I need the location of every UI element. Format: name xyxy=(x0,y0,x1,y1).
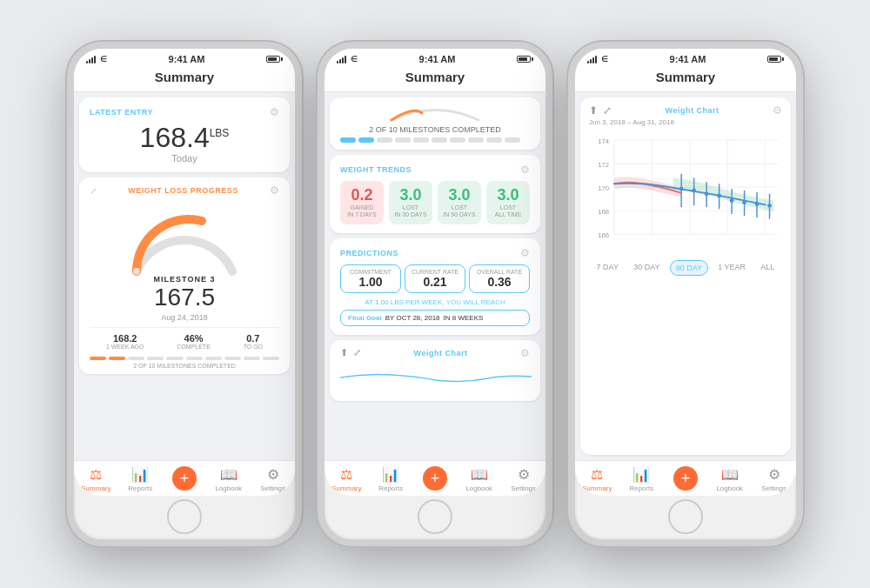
tab-settings-icon-3: ⚙ xyxy=(768,466,780,483)
progress-card: ⤢ Weight Loss Progress ⚙ xyxy=(79,177,290,374)
time-btn-90day[interactable]: 90 DAY xyxy=(670,260,708,276)
tab-logbook-3[interactable]: 📖 Logbook xyxy=(711,466,749,492)
tab-settings-icon-1: ⚙ xyxy=(267,466,279,483)
predictions-card: Predictions ⚙ COMMITMENT 1.00 CURRENT RA… xyxy=(330,238,540,335)
signal-bars-1 xyxy=(86,56,96,63)
tab-logbook-icon-3: 📖 xyxy=(721,466,739,483)
mp-dot-3 xyxy=(395,137,411,143)
tab-add-2[interactable]: + xyxy=(416,466,454,492)
tab-logbook-2[interactable]: 📖 Logbook xyxy=(460,466,499,492)
top-arc xyxy=(340,104,530,122)
mp-dot-4 xyxy=(413,137,429,143)
signal-bars-3 xyxy=(587,56,597,63)
weight-trends-card: Weight Trends ⚙ 0.2 GAINED IN 7 DAYS xyxy=(330,155,540,233)
time-btn-1year[interactable]: 1 YEAR xyxy=(713,260,751,276)
expand-icon-3[interactable]: ⤢ xyxy=(603,104,612,117)
gear-icon-trends[interactable]: ⚙ xyxy=(520,164,530,176)
sig-bar xyxy=(592,57,594,63)
gear-icon-latest[interactable]: ⚙ xyxy=(270,106,279,118)
tab-settings-label-1: Settings xyxy=(260,484,285,492)
screen-content-1: Latest Entry ⚙ 168.4LBS Today ⤢ Weight L… xyxy=(74,92,295,460)
tab-plus-btn-2[interactable]: + xyxy=(423,466,447,491)
signal-3: ∈ xyxy=(587,55,608,63)
pred-label-2: OVERALL RATE xyxy=(473,269,525,275)
progress-dot-empty xyxy=(244,357,260,360)
milestone-text: MILESTONE 3 xyxy=(90,275,279,284)
progress-dot-empty xyxy=(205,357,222,360)
tab-add-1[interactable]: + xyxy=(165,466,204,492)
progress-dot-empty xyxy=(263,357,279,360)
tab-settings-3[interactable]: ⚙ Settings xyxy=(755,466,793,492)
trend-sub-2: LOST IN 90 DAYS xyxy=(441,204,478,219)
gear-icon-pred[interactable]: ⚙ xyxy=(520,247,530,259)
gear-icon-chart-3[interactable]: ⚙ xyxy=(773,104,782,117)
sig-bar xyxy=(342,57,344,63)
share-icon-2[interactable]: ⬆ xyxy=(340,347,348,358)
progress-dot-empty xyxy=(128,357,144,360)
tab-reports-label-1: Reports xyxy=(128,484,152,492)
ms-stat-1: 46% COMPLETE xyxy=(177,333,211,350)
chart-preview-svg xyxy=(340,364,532,391)
phone-2-screen: ∈ 9:41 AM Summary xyxy=(325,49,545,496)
tab-logbook-1[interactable]: 📖 Logbook xyxy=(210,466,248,492)
tab-settings-2[interactable]: ⚙ Settings xyxy=(505,466,543,492)
tab-summary-1[interactable]: ⚖ Summary xyxy=(77,466,115,492)
signal-bars-2 xyxy=(337,56,346,63)
trend-box-1: 3.0 LOST IN 30 DAYS xyxy=(389,181,432,224)
tab-add-3[interactable]: + xyxy=(666,466,705,492)
ms-stat-2: 0.7 TO GO xyxy=(244,333,263,350)
tab-reports-label-2: Reports xyxy=(378,484,403,492)
gear-icon-wc[interactable]: ⚙ xyxy=(520,347,530,359)
share-icon-3[interactable]: ⬆ xyxy=(589,104,598,117)
expand-icon-2[interactable]: ⤢ xyxy=(353,347,361,358)
tab-settings-1[interactable]: ⚙ Settings xyxy=(254,466,292,492)
tab-settings-label-3: Settings xyxy=(761,484,786,492)
phone-2: ∈ 9:41 AM Summary xyxy=(318,42,552,546)
phone-3: ∈ 9:41 AM Summary ⬆ xyxy=(568,42,803,546)
time-btn-7day[interactable]: 7 DAY xyxy=(592,260,624,276)
chart-title-row: ⬆ ⤢ Weight Chart ⚙ xyxy=(589,104,782,117)
mp-dot-6 xyxy=(450,137,465,143)
tab-summary-label-3: Summary xyxy=(582,484,612,492)
home-button-1[interactable] xyxy=(167,499,202,534)
tab-logbook-icon-1: 📖 xyxy=(220,466,238,483)
tab-reports-3[interactable]: 📊 Reports xyxy=(622,466,660,492)
pred-goal-label: Final Goal xyxy=(348,314,382,322)
battery-tip-1 xyxy=(281,57,283,61)
wc-actions: ⬆ ⤢ xyxy=(340,347,361,358)
home-button-2[interactable] xyxy=(418,499,452,534)
tab-summary-3[interactable]: ⚖ Summary xyxy=(578,466,616,492)
sig-bar xyxy=(595,56,597,63)
latest-entry-value: 168.4LBS xyxy=(90,124,279,151)
phone-1-screen: ∈ 9:41 AM Summary Latest Entry ⚙ xyxy=(74,49,295,496)
tab-reports-1[interactable]: 📊 Reports xyxy=(121,466,159,492)
time-3: 9:41 AM xyxy=(670,54,706,64)
tab-reports-icon-1: 📊 xyxy=(131,466,149,483)
sig-bar xyxy=(339,59,341,63)
milestone-arc-svg xyxy=(383,104,487,122)
time-btn-all[interactable]: ALL xyxy=(755,260,780,276)
battery-fill-2 xyxy=(519,57,527,61)
phone-3-screen: ∈ 9:41 AM Summary ⬆ xyxy=(575,49,796,496)
home-button-3[interactable] xyxy=(668,499,703,534)
screen-content-3: ⬆ ⤢ Weight Chart ⚙ Jun 3, 2018 – Aug 31,… xyxy=(575,92,796,460)
milestone-stats: 168.2 1 WEEK AGO 46% COMPLETE 0.7 TO GO xyxy=(90,327,279,350)
latest-entry-header: Latest Entry ⚙ xyxy=(90,106,279,118)
tab-reports-2[interactable]: 📊 Reports xyxy=(371,466,410,492)
sig-bar xyxy=(337,61,338,63)
pred-box-2: OVERALL RATE 0.36 xyxy=(469,264,530,293)
gear-icon-progress[interactable]: ⚙ xyxy=(270,184,279,197)
expand-icon-1[interactable]: ⤢ xyxy=(90,186,97,196)
tab-summary-2[interactable]: ⚖ Summary xyxy=(327,466,365,492)
signal-2: ∈ xyxy=(337,55,358,63)
battery-tip-3 xyxy=(782,57,784,61)
pred-val-0: 1.00 xyxy=(345,275,397,289)
trend-label2-1: IN 30 DAYS xyxy=(392,211,429,218)
tab-plus-btn-1[interactable]: + xyxy=(172,466,197,491)
time-btn-30day[interactable]: 30 DAY xyxy=(628,260,665,276)
status-bar-2: ∈ 9:41 AM xyxy=(325,49,545,66)
tab-plus-btn-3[interactable]: + xyxy=(673,466,698,491)
trend-sub-0: GAINED IN 7 DAYS xyxy=(344,204,380,219)
mp-dot-2 xyxy=(377,137,392,143)
trend-label1-3: LOST xyxy=(490,204,526,211)
